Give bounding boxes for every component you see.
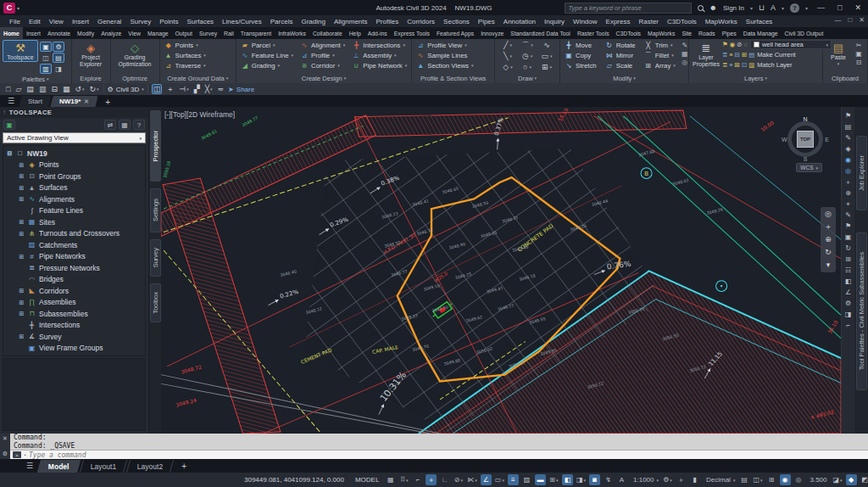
drawing-svg[interactable]: B 0.37%0.38%0.29%0.22%0.76%10.31%11.15CO… [161, 107, 841, 434]
palette-toggle-icon[interactable]: ◫ [40, 53, 52, 63]
menu-item[interactable]: General [93, 18, 125, 25]
menu-item[interactable]: Profiles [372, 18, 403, 25]
right-toolbar-icon[interactable]: ↻ [845, 244, 851, 253]
tree-expander-icon[interactable] [19, 345, 25, 351]
toolspace-button[interactable]: ⚒ Toolspace [3, 40, 38, 62]
match-layer-button[interactable]: Match Layer [757, 61, 792, 69]
panel-caption[interactable]: Palettes▾ [0, 75, 71, 83]
draw-tool-icon[interactable]: ◷▾ [518, 51, 537, 61]
toolspace-side-tab[interactable]: Survey [150, 239, 161, 277]
right-toolbar-icon[interactable]: ⌐ [846, 322, 850, 330]
right-toolbar-icon[interactable]: ◧ [845, 277, 852, 286]
layer-tool-icon[interactable]: ⊡ [742, 61, 747, 69]
drag-grip-icon[interactable]: ⁞ [3, 109, 6, 115]
grading-optimization-button[interactable]: ◇ Grading Optimization [114, 40, 157, 68]
qat-icon[interactable]: ⊟ [50, 84, 58, 94]
layer-tool-icon[interactable]: ◉ [730, 41, 736, 48]
tree-expander-icon[interactable]: ⊞ [19, 219, 25, 225]
autodesk-exchange-icon[interactable]: A [771, 3, 776, 12]
ribbon-dropdown-button[interactable]: ∿ Alignment▾ [298, 40, 347, 50]
ribbon-tab[interactable]: Pipes [719, 27, 740, 39]
status-tool[interactable]: ＋ [676, 474, 687, 485]
menu-item[interactable]: Window [569, 18, 601, 25]
tree-item[interactable]: ⊞ ∏ Assemblies [3, 297, 145, 309]
clipboard-tool-icon[interactable]: ⊟ [853, 59, 865, 66]
file-tab[interactable]: Start [19, 96, 51, 107]
right-toolbar-icon[interactable]: ＋ [845, 178, 852, 187]
menu-item[interactable]: View [45, 18, 68, 25]
wcs-menu[interactable]: WCS▾ [796, 163, 822, 172]
menu-item[interactable]: File [5, 18, 25, 25]
command-strip-icon[interactable]: ✕ [3, 435, 8, 442]
command-strip-icon[interactable]: ⚙ [3, 451, 8, 457]
modify-tool-button[interactable]: ▱ Scale [604, 60, 637, 70]
ribbon-tab[interactable]: Transparent [237, 27, 275, 39]
layer-tool-icon[interactable]: ⊠ [735, 61, 740, 69]
ribbon-tab[interactable]: Survey [196, 27, 220, 39]
draw-tool-icon[interactable]: ◇▾ [498, 62, 517, 72]
menu-item[interactable]: Surfaces [183, 18, 219, 25]
ribbon-tab[interactable]: Manage [144, 27, 172, 39]
panel-caption[interactable]: Modify▾ [560, 73, 688, 83]
command-caret-icon[interactable]: ▾ [24, 452, 26, 457]
status-tool[interactable]: ◫▾ [752, 474, 763, 485]
panel-caption[interactable]: Profile & Section Views [412, 73, 494, 83]
toolspace-side-tab[interactable]: Prospector [150, 110, 161, 182]
tree-item[interactable]: ╋ Intersections [3, 320, 145, 332]
minimize-button[interactable]: — [814, 3, 828, 12]
modify-tool-button[interactable]: ⋈ Mirror [604, 50, 637, 60]
tree-item[interactable]: ⊞ ⊓ Subassemblies [3, 308, 145, 320]
tree-expander-icon[interactable] [19, 208, 25, 214]
palette-toggle-icon[interactable]: ⚙ [53, 42, 64, 52]
command-input[interactable]: > ▾ Type a command [10, 451, 868, 459]
status-tool[interactable]: ◪▾ [832, 474, 843, 485]
menu-item[interactable]: C3DTools [663, 18, 701, 25]
palette-toggle-icon[interactable]: ◨ [53, 64, 64, 74]
close-button[interactable]: ✕ [851, 3, 865, 12]
tree-item[interactable]: ⊞ ∿ Alignments [3, 193, 145, 205]
tree-expander-icon[interactable]: ⊞ [19, 196, 25, 202]
menu-item[interactable]: Lines/Curves [218, 18, 266, 25]
status-tool[interactable]: ▮ [689, 474, 700, 485]
exchange-caret-icon[interactable]: ▾ [782, 5, 784, 11]
ribbon-tab[interactable]: View [125, 27, 144, 39]
draw-tool-icon[interactable]: ╲▾ [498, 51, 517, 61]
tree-item[interactable]: ⊞ ⊡ Point Groups [3, 171, 145, 182]
ribbon-tab[interactable]: Data Manage [740, 27, 782, 39]
search-icon[interactable] [698, 5, 704, 11]
tree-item[interactable]: ⊟ □ NW19 [3, 148, 145, 160]
ribbon-dropdown-button[interactable]: ⊿ Profile View▾ [415, 40, 475, 50]
app-store-icon[interactable]: ⊔ [759, 3, 765, 12]
status-tool[interactable]: 1:1000▾ [630, 474, 659, 485]
menu-item[interactable]: MapWorks [701, 18, 742, 25]
tree-item[interactable]: ▨ Catchments [3, 239, 145, 251]
layer-tool-icon[interactable]: ⊞ [742, 51, 747, 59]
right-toolbar-icon[interactable]: ⚑ [845, 222, 851, 231]
ribbon-tab[interactable]: Home [0, 27, 23, 39]
tree-expander-icon[interactable]: ⊞ [19, 254, 25, 260]
new-layout-button[interactable]: + [175, 462, 193, 471]
collapsed-palette-tab[interactable]: Job Explorer [856, 136, 867, 210]
layout-tab[interactable]: Layout2 [126, 460, 175, 473]
modify-tool-button[interactable]: ⊞ Array▾ [643, 60, 677, 70]
panel-caption[interactable]: Create Design▾ [236, 73, 411, 83]
qat-icon[interactable]: ▞ [193, 84, 201, 94]
menu-item[interactable]: Survey [125, 18, 155, 25]
ribbon-dropdown-button[interactable]: ∿ Sample Lines [415, 50, 475, 60]
status-toggle-icon[interactable]: ▬ [535, 474, 546, 485]
ribbon-dropdown-button[interactable]: ▲ Section Views▾ [415, 60, 475, 70]
maximize-button[interactable]: □ [834, 3, 845, 12]
tree-expander-icon[interactable]: ⊞ [19, 311, 25, 316]
layer-tool-icon[interactable]: ≣ [722, 61, 727, 69]
menu-item[interactable]: Pipes [474, 18, 499, 25]
status-toggle-icon[interactable]: ≡ [508, 474, 519, 485]
status-toggle-icon[interactable]: ∟ [439, 474, 450, 485]
status-toggle-icon[interactable]: ⋉▾ [466, 474, 478, 485]
navbar-tool-icon[interactable]: ↻ [825, 249, 832, 256]
ribbon-dropdown-button[interactable]: ⊿ Profile▾ [298, 50, 347, 60]
tree-item[interactable]: ⊞ ▲ Surfaces [3, 182, 145, 194]
qat-icon[interactable]: ⊣▾ [178, 84, 189, 94]
menu-item[interactable]: Surfaces [742, 18, 777, 25]
draw-tool-icon[interactable]: ⊞▾ [537, 62, 556, 72]
right-toolbar-icon[interactable]: ☷ [845, 266, 851, 275]
